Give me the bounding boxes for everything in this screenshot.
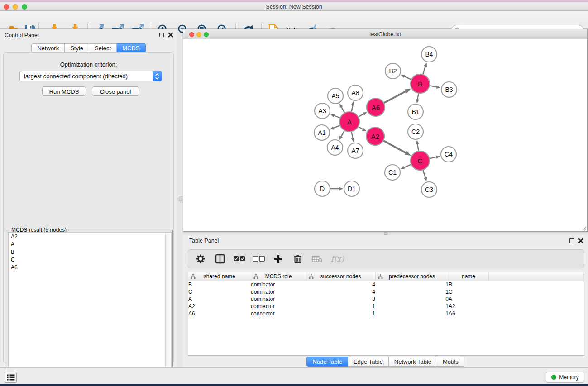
- table-cell[interactable]: A2: [449, 303, 488, 310]
- table-cell[interactable]: 1: [375, 288, 449, 295]
- splitter-handle[interactable]: [384, 232, 388, 235]
- column-header-label: successor nodes: [320, 273, 361, 280]
- graph-edge-A-A3[interactable]: [333, 115, 340, 118]
- optimization-criterion-label: Optimization criterion:: [4, 61, 173, 68]
- table-cell[interactable]: 1: [375, 303, 449, 310]
- create-column-icon[interactable]: [272, 253, 284, 265]
- graph-edge-C-C3[interactable]: [423, 170, 426, 178]
- tab-network[interactable]: Network: [31, 43, 65, 53]
- close-panel-icon[interactable]: [578, 238, 583, 243]
- graph-edge-B-B1[interactable]: [417, 94, 418, 100]
- mcds-panel: Optimization criterion: largest connecte…: [3, 52, 174, 363]
- close-panel-button[interactable]: Close panel: [92, 86, 139, 96]
- table-cell-filler: [488, 281, 584, 288]
- network-graph[interactable]: AA6A2BCA1A3A4A5A7A8B1B2B3B4C1C2C3C4DD1: [183, 39, 587, 231]
- graph-edge-C-C2[interactable]: [417, 143, 419, 151]
- mcds-result-item[interactable]: A2: [9, 233, 171, 240]
- graph-edge-C-C1[interactable]: [403, 165, 411, 168]
- run-mcds-button[interactable]: Run MCDS: [42, 86, 86, 96]
- table-tab-node-table[interactable]: Node Table: [306, 357, 348, 367]
- column-header-name[interactable]: name: [449, 272, 488, 281]
- table-cell[interactable]: A6: [449, 310, 488, 317]
- graph-edge-A-A2[interactable]: [359, 127, 364, 130]
- mcds-result-item[interactable]: B: [9, 248, 171, 256]
- mcds-result-item[interactable]: A6: [9, 263, 171, 271]
- table-cell[interactable]: 4: [306, 288, 375, 295]
- table-row[interactable]: A6connector11A6: [188, 310, 584, 317]
- network-window-titlebar: testGlobe.txt: [183, 29, 587, 39]
- table-header-row[interactable]: shared nameMCDS rolesuccessor nodesprede…: [188, 272, 584, 281]
- delete-table-icon[interactable]: [311, 253, 323, 265]
- graph-edge-A-A5[interactable]: [341, 106, 344, 113]
- table-panel: Table Panel: [183, 235, 588, 367]
- graph-arrowhead: [400, 166, 405, 169]
- unselect-all-columns-icon[interactable]: [253, 253, 265, 265]
- column-header-shared-name[interactable]: shared name: [188, 272, 251, 281]
- function-builder-button[interactable]: f(x): [331, 254, 344, 263]
- table-cell[interactable]: B: [449, 281, 488, 288]
- close-panel-icon[interactable]: [168, 32, 173, 38]
- graph-edge-A-A1[interactable]: [333, 125, 339, 128]
- tab-select[interactable]: Select: [89, 43, 117, 53]
- graph-edge-B-B3[interactable]: [430, 86, 438, 87]
- table-cell[interactable]: 1: [306, 310, 375, 317]
- column-header-MCDS-role[interactable]: MCDS role: [251, 272, 306, 281]
- table-tab-edge-table[interactable]: Edge Table: [348, 357, 389, 367]
- graph-edge-A6-B[interactable]: [384, 91, 406, 103]
- select-all-columns-icon[interactable]: [234, 253, 245, 265]
- memory-button[interactable]: Memory: [546, 372, 584, 383]
- column-header-successor-nodes[interactable]: successor nodes: [306, 272, 375, 281]
- graph-edge-B-B2[interactable]: [404, 76, 411, 80]
- task-history-button[interactable]: [5, 372, 17, 383]
- network-canvas[interactable]: AA6A2BCA1A3A4A5A7A8B1B2B3B4C1C2C3C4DD1: [183, 39, 587, 231]
- table-tab-network-table[interactable]: Network Table: [389, 357, 437, 367]
- table-cell[interactable]: 1: [306, 303, 375, 310]
- table-tab-motifs[interactable]: Motifs: [437, 357, 464, 367]
- table-row[interactable]: Adominator80A: [188, 295, 584, 303]
- graph-edge-A-A8[interactable]: [352, 104, 353, 111]
- table-cell[interactable]: A: [449, 295, 488, 303]
- graph-edge-B-B4[interactable]: [423, 66, 425, 74]
- table-cell[interactable]: A2: [188, 303, 251, 310]
- graph-edge-A2-C[interactable]: [383, 141, 406, 153]
- scrollbar[interactable]: [165, 233, 171, 384]
- table-cell[interactable]: 1: [375, 310, 449, 317]
- table-cell[interactable]: B: [188, 281, 251, 288]
- table-cell[interactable]: C: [449, 288, 488, 295]
- table-row[interactable]: A2connector11A2: [188, 303, 584, 310]
- delete-column-icon[interactable]: [292, 253, 304, 265]
- graph-edge-A-A4[interactable]: [341, 131, 344, 137]
- graph-edge-A-A7[interactable]: [352, 132, 353, 139]
- criterion-select[interactable]: largest connected component (directed): [19, 71, 162, 81]
- column-header-filler: [488, 272, 584, 281]
- mcds-result-item[interactable]: C: [9, 256, 171, 263]
- table-row[interactable]: Cdominator41C: [188, 288, 584, 295]
- table-cell[interactable]: 4: [306, 281, 375, 288]
- table-cell[interactable]: connector: [251, 303, 306, 310]
- tab-style[interactable]: Style: [65, 43, 89, 53]
- table-cell[interactable]: C: [188, 288, 251, 295]
- mcds-result-list[interactable]: A2ABCA6: [8, 232, 172, 385]
- table-cell[interactable]: 0: [375, 295, 449, 303]
- table-cell[interactable]: dominator: [251, 295, 306, 303]
- tab-mcds[interactable]: MCDS: [117, 43, 145, 53]
- splitter-handle[interactable]: [179, 196, 182, 201]
- table-settings-gear-icon[interactable]: [195, 253, 206, 265]
- column-header-predecessor-nodes[interactable]: predecessor nodes: [375, 272, 449, 281]
- float-panel-icon[interactable]: [569, 238, 574, 243]
- table-cell[interactable]: dominator: [251, 281, 306, 288]
- graph-node-label: C1: [388, 169, 397, 176]
- mcds-result-item[interactable]: A: [9, 240, 171, 248]
- table-cell[interactable]: dominator: [251, 288, 306, 295]
- table-cell[interactable]: connector: [251, 310, 306, 317]
- table-cell[interactable]: A6: [188, 310, 251, 317]
- graph-edge-C-C4[interactable]: [430, 157, 437, 159]
- table-cell[interactable]: 8: [306, 295, 375, 303]
- table-row[interactable]: Bdominator41B: [188, 281, 584, 288]
- float-panel-icon[interactable]: [159, 33, 164, 37]
- resize-grip-icon[interactable]: [581, 225, 587, 231]
- graph-edge-A-A6[interactable]: [359, 114, 364, 117]
- table-cell[interactable]: A: [188, 295, 251, 303]
- table-cell[interactable]: 1: [375, 281, 449, 288]
- show-columns-icon[interactable]: [214, 253, 226, 265]
